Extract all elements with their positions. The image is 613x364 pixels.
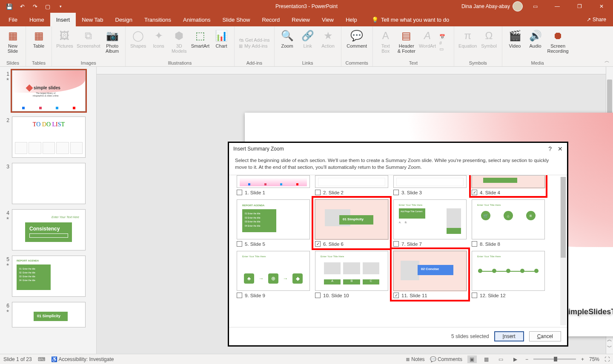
checkbox-slide-11[interactable] bbox=[393, 293, 399, 298]
date-time-icon[interactable]: 📅 bbox=[439, 34, 450, 40]
dialog-insert-button[interactable]: Insert bbox=[494, 331, 524, 341]
tab-home[interactable]: Home bbox=[23, 13, 50, 26]
reading-view-icon[interactable]: ▭ bbox=[496, 355, 506, 363]
checkbox-slide-9[interactable] bbox=[237, 293, 242, 298]
screen-recording-button[interactable]: ⏺Screen Recording bbox=[547, 28, 569, 54]
close-icon[interactable]: ✕ bbox=[592, 0, 611, 13]
cell-slide-9[interactable]: Enter Your Title Here♣→⊕→◆ 9. Slide 9 bbox=[237, 251, 310, 298]
chevron-up-icon[interactable]: ︽ bbox=[607, 336, 612, 343]
thumb-6[interactable]: 6★ 01 Simplicity bbox=[2, 302, 95, 327]
wordart-button[interactable]: AWordArt bbox=[419, 28, 436, 48]
symbol-button[interactable]: ΩSymbol bbox=[481, 28, 498, 48]
status-slide-count[interactable]: Slide 1 of 23 bbox=[3, 356, 32, 362]
zoom-out-icon[interactable]: − bbox=[525, 356, 528, 362]
thumb-2[interactable]: 2 TO DO LIST bbox=[2, 117, 95, 158]
my-addins-button[interactable]: ⊞My Add-ins bbox=[239, 43, 269, 49]
checkbox-slide-3[interactable] bbox=[393, 190, 399, 195]
chart-button[interactable]: 📊Chart bbox=[213, 28, 230, 48]
textbox-button[interactable]: AText Box bbox=[377, 28, 394, 54]
checkbox-slide-4[interactable] bbox=[472, 190, 477, 195]
scroll-thumb[interactable] bbox=[607, 80, 612, 118]
spellcheck-icon[interactable]: ⌨ bbox=[38, 356, 45, 362]
chevron-down-icon[interactable]: ︾ bbox=[607, 344, 612, 351]
tab-help[interactable]: Help bbox=[340, 13, 363, 26]
collapse-ribbon-icon[interactable]: ︿ bbox=[604, 57, 610, 65]
equation-button[interactable]: πEquation bbox=[458, 28, 477, 48]
checkbox-slide-7[interactable] bbox=[393, 241, 399, 247]
cell-slide-11[interactable]: 02 Concise 11. Slide 11 bbox=[393, 251, 467, 298]
thumb-5[interactable]: 5★ REPORT AGENDA 01 Enter the title02 En… bbox=[2, 256, 95, 297]
tab-slideshow[interactable]: Slide Show bbox=[216, 13, 256, 26]
slide-number-icon[interactable]: # bbox=[439, 40, 450, 46]
shapes-button[interactable]: ◯Shapes bbox=[130, 28, 147, 48]
thumb-3[interactable]: 3 bbox=[2, 163, 95, 204]
ribbon-display-options-icon[interactable]: ▭ bbox=[525, 0, 545, 13]
3d-models-button[interactable]: ⬢3D Models bbox=[171, 28, 188, 54]
icons-button[interactable]: ✦Icons bbox=[150, 28, 167, 48]
thumb-4[interactable]: 4★ Enter Your Text Here Consistency bbox=[2, 209, 95, 250]
tab-newtab[interactable]: New Tab bbox=[76, 13, 109, 26]
tell-me-search[interactable]: 💡 Tell me what you want to do bbox=[372, 13, 449, 26]
action-button[interactable]: ★Action bbox=[320, 28, 337, 48]
maximize-icon[interactable]: ❐ bbox=[570, 0, 589, 13]
tab-animations[interactable]: Animations bbox=[177, 13, 216, 26]
video-button[interactable]: 🎬Video bbox=[507, 28, 524, 48]
minimize-icon[interactable]: — bbox=[547, 0, 567, 13]
accessibility-status[interactable]: ♿ Accessibility: Investigate bbox=[51, 356, 114, 362]
get-addins-button[interactable]: 🛍Get Add-ins bbox=[239, 37, 269, 43]
cell-slide-4[interactable]: 4. Slide 4 bbox=[472, 175, 545, 195]
cell-slide-3[interactable]: 3. Slide 3 bbox=[393, 175, 467, 195]
new-slide-button[interactable]: ▦New Slide bbox=[4, 28, 21, 54]
user-name[interactable]: Dina Jane Abay-abay bbox=[461, 3, 510, 9]
zoom-slider-thumb[interactable] bbox=[554, 357, 557, 361]
tab-view[interactable]: View bbox=[316, 13, 340, 26]
zoom-level[interactable]: 75% bbox=[589, 356, 599, 362]
cell-slide-1[interactable]: 1. Slide 1 bbox=[237, 175, 310, 195]
qat-more-icon[interactable]: ▾ bbox=[54, 1, 66, 12]
start-from-beginning-icon[interactable]: ▢ bbox=[42, 1, 54, 12]
link-button[interactable]: 🔗Link bbox=[299, 28, 316, 48]
tab-review[interactable]: Review bbox=[286, 13, 316, 26]
checkbox-slide-8[interactable] bbox=[472, 241, 477, 247]
redo-icon[interactable]: ↷ bbox=[29, 1, 41, 12]
checkbox-slide-6[interactable] bbox=[315, 241, 321, 247]
comments-button[interactable]: 💬 Comments bbox=[430, 356, 462, 362]
share-button[interactable]: ↗ Share bbox=[580, 13, 613, 26]
checkbox-slide-1[interactable] bbox=[237, 190, 242, 195]
fit-to-window-icon[interactable]: ⛶ bbox=[604, 356, 610, 362]
checkbox-slide-2[interactable] bbox=[315, 190, 321, 195]
user-avatar[interactable] bbox=[513, 1, 523, 11]
tab-record[interactable]: Record bbox=[256, 13, 286, 26]
cell-slide-5[interactable]: REPORT AGENDA01 Enter the title02 Enter … bbox=[237, 199, 310, 247]
object-icon[interactable]: ▭ bbox=[439, 46, 450, 52]
dialog-cancel-button[interactable]: Cancel bbox=[529, 331, 561, 341]
checkbox-slide-10[interactable] bbox=[315, 293, 321, 298]
save-icon[interactable]: 💾 bbox=[3, 1, 15, 12]
smartart-button[interactable]: ⬚SmartArt bbox=[191, 28, 209, 48]
zoom-slider[interactable] bbox=[533, 358, 576, 360]
normal-view-icon[interactable]: ▣ bbox=[467, 355, 477, 363]
pictures-button[interactable]: 🖼Pictures bbox=[56, 28, 73, 48]
slideshow-view-icon[interactable]: ▶ bbox=[511, 355, 520, 363]
comment-button[interactable]: 💬Comment bbox=[347, 28, 367, 48]
screenshot-button[interactable]: ⧉Screenshot bbox=[77, 28, 100, 48]
zoom-button[interactable]: 🔍Zoom bbox=[279, 28, 296, 48]
dialog-scroll-thumb[interactable] bbox=[561, 177, 566, 258]
thumb-1[interactable]: 1★ simple slides The largest library of … bbox=[2, 70, 95, 111]
cell-slide-12[interactable]: Enter Your Title Here 12. Slide 12 bbox=[472, 251, 545, 298]
header-footer-button[interactable]: ▤Header & Footer bbox=[398, 28, 415, 54]
dialog-help-icon[interactable]: ? bbox=[548, 145, 552, 152]
dialog-close-icon[interactable]: ✕ bbox=[558, 145, 563, 152]
cell-slide-2[interactable]: 2. Slide 2 bbox=[315, 175, 388, 195]
zoom-in-icon[interactable]: + bbox=[581, 356, 584, 362]
tab-design[interactable]: Design bbox=[109, 13, 138, 26]
undo-icon[interactable]: ↶ bbox=[16, 1, 28, 12]
tab-file[interactable]: File bbox=[3, 13, 23, 26]
canvas-area[interactable]: f@simpleslides ◉@simple.slides 🐦@SlidesS… bbox=[97, 67, 613, 354]
cell-slide-10[interactable]: Enter Your Title HereABC 10. Slide 10 bbox=[315, 251, 388, 298]
cell-slide-6[interactable]: 01 Simplicity 6. Slide 6 bbox=[315, 199, 388, 247]
tab-insert[interactable]: Insert bbox=[50, 13, 76, 26]
notes-button[interactable]: ≣ Notes bbox=[406, 356, 425, 362]
table-button[interactable]: ▦Table bbox=[30, 28, 47, 48]
checkbox-slide-5[interactable] bbox=[237, 241, 242, 247]
